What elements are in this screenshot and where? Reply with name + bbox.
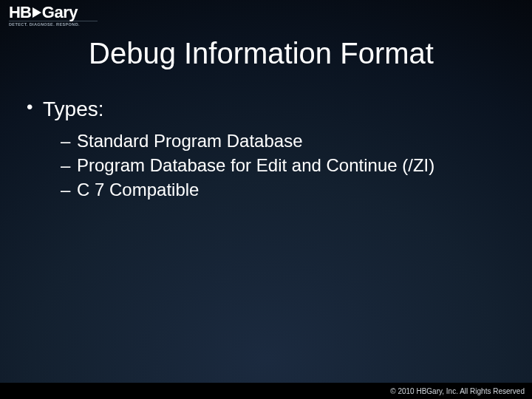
svg-marker-0 [33, 7, 41, 18]
footer: © 2010 HBGary, Inc. All Rights Reserved [0, 383, 532, 399]
logo-hb-text: HB [9, 4, 31, 21]
footer-copyright: © 2010 HBGary, Inc. All Rights Reserved [390, 387, 525, 395]
bullet-pdb-edit-continue: Program Database for Edit and Continue (… [27, 154, 502, 177]
logo-main: HB Gary [9, 4, 98, 21]
bullet-standard-pdb: Standard Program Database [27, 129, 502, 152]
logo: HB Gary DETECT. DIAGNOSE. RESPOND. [9, 4, 98, 27]
logo-tagline: DETECT. DIAGNOSE. RESPOND. [9, 21, 98, 27]
slide-title: Debug Information Format [89, 37, 434, 70]
logo-gary-text: Gary [42, 4, 78, 21]
bullet-types: Types: [27, 96, 502, 122]
slide: HB Gary DETECT. DIAGNOSE. RESPOND. Debug… [0, 0, 532, 399]
bullet-c7-compatible: C 7 Compatible [27, 178, 502, 201]
slide-content: Types: Standard Program Database Program… [27, 96, 502, 203]
logo-triangle-icon [33, 7, 41, 18]
